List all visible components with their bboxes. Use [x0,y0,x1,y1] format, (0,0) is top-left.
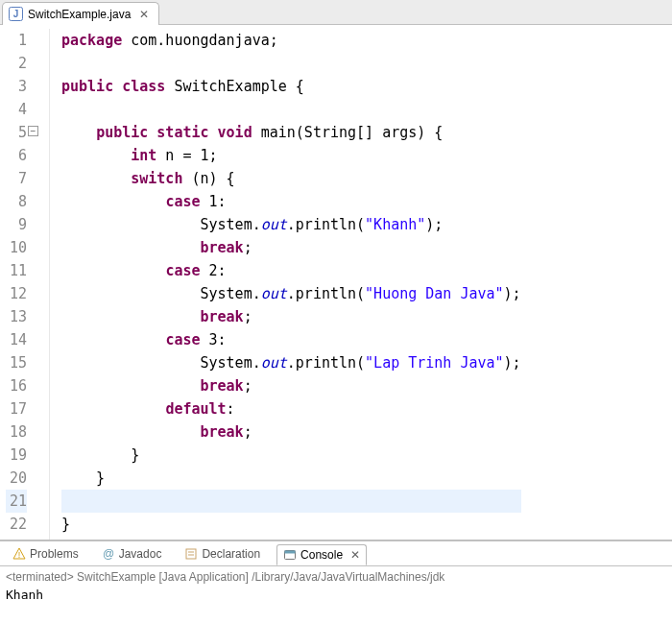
code-line[interactable]: break; [61,305,521,328]
code-editor[interactable]: 12345−678910111213141516171819202122 pac… [0,25,672,540]
bottom-panel: !Problems@JavadocDeclarationConsole✕ <te… [0,540,672,604]
console-icon [283,548,297,562]
code-line[interactable]: } [61,444,521,467]
code-line[interactable]: int n = 1; [61,144,521,167]
view-tab-label: Declaration [202,547,260,561]
code-line[interactable]: public class SwitchExample { [61,75,521,98]
line-number: 7 [6,167,27,190]
line-number-gutter: 12345−678910111213141516171819202122 [0,29,35,540]
line-number: 14 [6,328,27,351]
tab-javadoc[interactable]: @Javadoc [95,543,169,564]
editor-tab-bar: J SwitchExample.java ✕ [0,0,672,25]
warning-icon: ! [12,547,26,561]
view-tab-label: Javadoc [119,547,162,561]
svg-text:!: ! [18,550,21,560]
svg-text:J: J [13,9,19,19]
code-line[interactable]: break; [61,420,521,444]
line-number: 8 [6,190,27,213]
svg-rect-9 [285,550,296,553]
code-line[interactable]: } [61,467,521,490]
editor-area: J SwitchExample.java ✕ 12345−67891011121… [0,0,672,540]
tab-console[interactable]: Console✕ [276,544,367,565]
line-number: 20 [6,467,27,490]
line-number: 10 [6,236,27,259]
code-content[interactable]: package com.huongdanjava; public class S… [50,29,521,540]
java-file-icon: J [9,7,23,21]
at-icon: @ [102,547,115,561]
line-number: 6 [6,144,27,167]
editor-tab[interactable]: J SwitchExample.java ✕ [2,2,159,25]
fold-strip [35,29,50,540]
code-line[interactable]: System.out.println("Huong Dan Java"); [61,282,521,305]
svg-text:@: @ [103,547,114,561]
view-tab-label: Console [300,548,343,562]
line-number: 16 [6,374,27,397]
code-line[interactable]: break; [61,374,521,397]
code-line[interactable]: case 3: [61,328,521,351]
close-icon[interactable]: ✕ [350,548,360,562]
line-number: 11 [6,259,27,282]
line-number: 4 [6,98,27,121]
line-number: 5− [6,121,27,144]
code-line[interactable]: System.out.println("Khanh"); [61,213,521,236]
tab-problems[interactable]: !Problems [6,543,85,564]
editor-tab-label: SwitchExample.java [28,8,131,21]
line-number: 3 [6,75,27,98]
code-line[interactable]: System.out.println("Lap Trinh Java"); [61,351,521,374]
line-number: 13 [6,305,27,328]
line-number: 1 [6,29,27,52]
line-number: 17 [6,397,27,420]
code-line[interactable]: break; [61,236,521,259]
line-number: 9 [6,213,27,236]
code-line[interactable]: package com.huongdanjava; [61,29,521,52]
tab-declaration[interactable]: Declaration [178,543,267,564]
code-line[interactable]: public static void main(String[] args) { [61,121,521,144]
line-number: 19 [6,444,27,467]
line-number: 12 [6,282,27,305]
line-number: 2 [6,52,27,75]
code-line[interactable]: default: [61,397,521,420]
view-tab-label: Problems [30,547,79,561]
decl-icon [184,547,198,561]
code-line[interactable]: switch (n) { [61,167,521,190]
code-line[interactable]: } [61,513,521,536]
code-line[interactable]: case 2: [61,259,521,282]
line-number: 15 [6,351,27,374]
code-line[interactable] [61,98,521,121]
code-line[interactable] [61,490,521,513]
console-status: <terminated> SwitchExample [Java Applica… [6,568,666,586]
close-icon[interactable]: ✕ [139,8,149,21]
line-number: 21 [6,490,27,513]
fold-toggle-icon[interactable]: − [28,126,38,136]
line-number: 18 [6,420,27,444]
console-output: Khanh [6,586,666,602]
svg-rect-5 [186,549,196,559]
line-number: 22 [6,513,27,536]
code-line[interactable]: case 1: [61,190,521,213]
views-tab-bar: !Problems@JavadocDeclarationConsole✕ [0,541,672,566]
console-body: <terminated> SwitchExample [Java Applica… [0,566,672,604]
code-line[interactable] [61,52,521,75]
